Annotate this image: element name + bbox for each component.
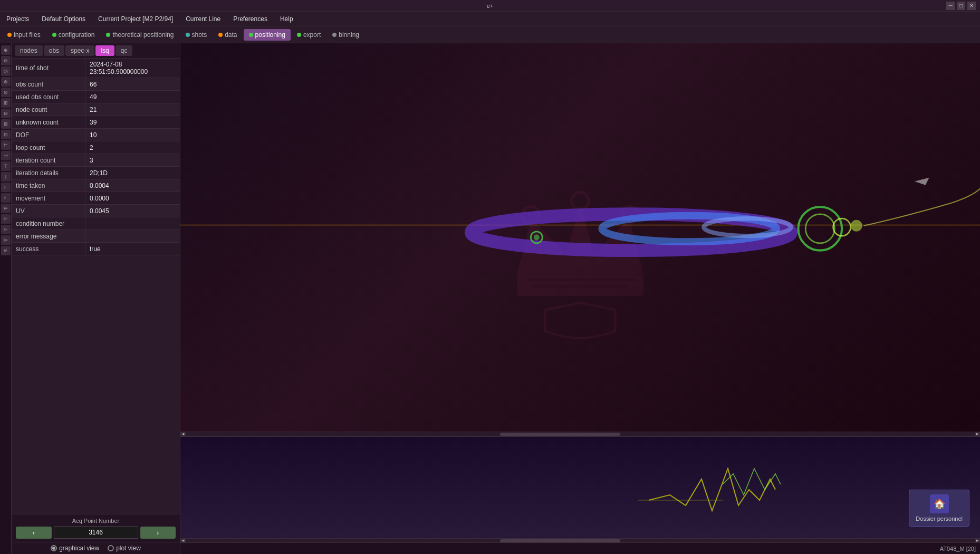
statusbar-text: AT048_M [20] bbox=[940, 546, 976, 552]
minimize-button[interactable]: ─ bbox=[946, 2, 955, 10]
table-row: DOF 10 bbox=[12, 129, 180, 141]
window-controls: ─ □ ✕ bbox=[946, 2, 976, 10]
tab-positioning-label: positioning bbox=[255, 31, 285, 39]
table-row: UV 0.0045 bbox=[12, 205, 180, 217]
acq-controls: ‹ › bbox=[16, 526, 176, 539]
sidebar-icon-3[interactable]: ◎ bbox=[1, 66, 11, 76]
bottom-seismic bbox=[180, 437, 980, 542]
row-value-8: 2D;1D bbox=[85, 167, 180, 179]
sidebar-icon-5[interactable]: ⊙ bbox=[1, 88, 11, 97]
plot-view-option[interactable]: plot view bbox=[108, 545, 141, 552]
row-label-4: unknown count bbox=[12, 116, 85, 128]
sidebar-icon-13[interactable]: ⊥ bbox=[1, 172, 11, 182]
sidebar-icon-7[interactable]: ⊟ bbox=[1, 109, 11, 118]
tab-input-files[interactable]: input files bbox=[2, 29, 46, 41]
menu-preferences[interactable]: Preferences bbox=[231, 14, 270, 24]
row-label-6: loop count bbox=[12, 141, 85, 154]
sidebar-icon-20[interactable]: ⊬ bbox=[1, 246, 11, 255]
row-label-9: time taken bbox=[12, 179, 85, 192]
prev-button[interactable]: ‹ bbox=[16, 527, 52, 539]
sidebar-icon-14[interactable]: ⊦ bbox=[1, 183, 11, 192]
bottom-scroll-left[interactable]: ◄ bbox=[180, 539, 186, 543]
menu-current-line[interactable]: Current Line bbox=[184, 14, 223, 24]
row-value-12 bbox=[85, 217, 180, 230]
scroll-thumb-top[interactable] bbox=[500, 433, 620, 436]
sidebar-icon-4[interactable]: ⊗ bbox=[1, 77, 11, 87]
bottom-scrollbar[interactable]: ◄ ► bbox=[180, 538, 980, 542]
tab-input-files-label: input files bbox=[14, 31, 41, 39]
row-value-4: 39 bbox=[85, 116, 180, 128]
sidebar-icon-9[interactable]: ⊡ bbox=[1, 130, 11, 139]
sidebar-icon-19[interactable]: ⊫ bbox=[1, 235, 11, 245]
left-panel: nodes obs spec-x lsq qc time of shot 202… bbox=[12, 43, 180, 554]
subtab-obs[interactable]: obs bbox=[44, 45, 64, 56]
row-label-13: error message bbox=[12, 230, 85, 242]
seismic-visualization bbox=[180, 43, 980, 436]
sidebar-icon-16[interactable]: ⊨ bbox=[1, 204, 11, 213]
subtab-nodes[interactable]: nodes bbox=[15, 45, 43, 56]
row-value-11: 0.0045 bbox=[85, 205, 180, 217]
subtab-lsq[interactable]: lsq bbox=[95, 45, 114, 56]
menu-current-project[interactable]: Current Project [M2 P2/94] bbox=[96, 14, 175, 24]
table-row: time of shot 2024-07-08 23:51:50.9000000… bbox=[12, 59, 180, 78]
acq-number-input[interactable] bbox=[54, 526, 138, 539]
table-row: loop count 2 bbox=[12, 141, 180, 154]
sidebar-icon-6[interactable]: ⊞ bbox=[1, 98, 11, 108]
sidebar-icons: ⊕ ⊘ ◎ ⊗ ⊙ ⊞ ⊟ ⊠ ⊡ ⊢ ⊣ ⊤ ⊥ ⊦ ⊧ ⊨ ⊩ ⊪ ⊫ ⊬ bbox=[0, 43, 12, 554]
plot-view-radio[interactable] bbox=[108, 545, 114, 551]
row-label-0: time of shot bbox=[12, 59, 85, 78]
row-label-3: node count bbox=[12, 103, 85, 116]
tab-export-label: export bbox=[303, 31, 321, 39]
tab-shots[interactable]: shots bbox=[180, 29, 213, 41]
next-button[interactable]: › bbox=[140, 527, 176, 539]
bottom-scroll-right[interactable]: ► bbox=[975, 539, 980, 543]
row-label-1: obs count bbox=[12, 78, 85, 90]
tab-binning[interactable]: binning bbox=[327, 29, 364, 41]
subtab-qc[interactable]: qc bbox=[116, 45, 133, 56]
tab-positioning[interactable]: positioning bbox=[244, 29, 291, 41]
row-value-7: 3 bbox=[85, 154, 180, 166]
visualization-top[interactable]: ◄ ► bbox=[180, 43, 980, 437]
row-label-2: used obs count bbox=[12, 91, 85, 103]
scroll-left-arrow[interactable]: ◄ bbox=[180, 432, 186, 436]
sidebar-icon-18[interactable]: ⊪ bbox=[1, 225, 11, 234]
maximize-button[interactable]: □ bbox=[957, 2, 965, 10]
row-label-8: iteration details bbox=[12, 167, 85, 179]
row-value-3: 21 bbox=[85, 103, 180, 116]
visualization-bottom[interactable]: 🏠 Dossier personnel ◄ ► bbox=[180, 437, 980, 542]
graphical-view-option[interactable]: graphical view bbox=[51, 545, 99, 552]
close-button[interactable]: ✕ bbox=[967, 2, 976, 10]
top-scrollbar[interactable]: ◄ ► bbox=[180, 432, 980, 436]
data-table: time of shot 2024-07-08 23:51:50.9000000… bbox=[12, 59, 180, 514]
menu-projects[interactable]: Projects bbox=[4, 14, 31, 24]
sidebar-icon-8[interactable]: ⊠ bbox=[1, 119, 11, 129]
row-value-9: 0.0004 bbox=[85, 179, 180, 192]
table-row: used obs count 49 bbox=[12, 91, 180, 103]
menu-help[interactable]: Help bbox=[278, 14, 295, 24]
tab-data[interactable]: data bbox=[213, 29, 242, 41]
graphical-view-radio[interactable] bbox=[51, 545, 57, 551]
row-label-7: iteration count bbox=[12, 154, 85, 166]
sidebar-icon-10[interactable]: ⊢ bbox=[1, 140, 11, 150]
sidebar-icon-1[interactable]: ⊕ bbox=[1, 45, 11, 55]
sidebar-icon-12[interactable]: ⊤ bbox=[1, 161, 11, 171]
theoretical-positioning-dot bbox=[106, 33, 110, 37]
tab-export[interactable]: export bbox=[292, 29, 326, 41]
scroll-right-arrow[interactable]: ► bbox=[975, 432, 980, 436]
table-row: obs count 66 bbox=[12, 78, 180, 91]
tab-theoretical-positioning[interactable]: theoretical positioning bbox=[101, 29, 179, 41]
dossier-box[interactable]: 🏠 Dossier personnel bbox=[909, 490, 969, 527]
tab-configuration[interactable]: configuration bbox=[47, 29, 100, 41]
sidebar-icon-17[interactable]: ⊩ bbox=[1, 214, 11, 224]
table-row: error message bbox=[12, 230, 180, 243]
sidebar-icon-2[interactable]: ⊘ bbox=[1, 56, 11, 65]
row-label-10: movement bbox=[12, 192, 85, 204]
menu-default-options[interactable]: Default Options bbox=[40, 14, 88, 24]
sidebar-icon-11[interactable]: ⊣ bbox=[1, 151, 11, 160]
sidebar-icon-15[interactable]: ⊧ bbox=[1, 193, 11, 203]
view-toggle: graphical view plot view bbox=[12, 542, 180, 554]
shots-dot bbox=[186, 33, 190, 37]
subtab-spec-x[interactable]: spec-x bbox=[65, 45, 94, 56]
scroll-thumb-bottom[interactable] bbox=[500, 539, 620, 542]
input-files-dot bbox=[7, 33, 12, 37]
